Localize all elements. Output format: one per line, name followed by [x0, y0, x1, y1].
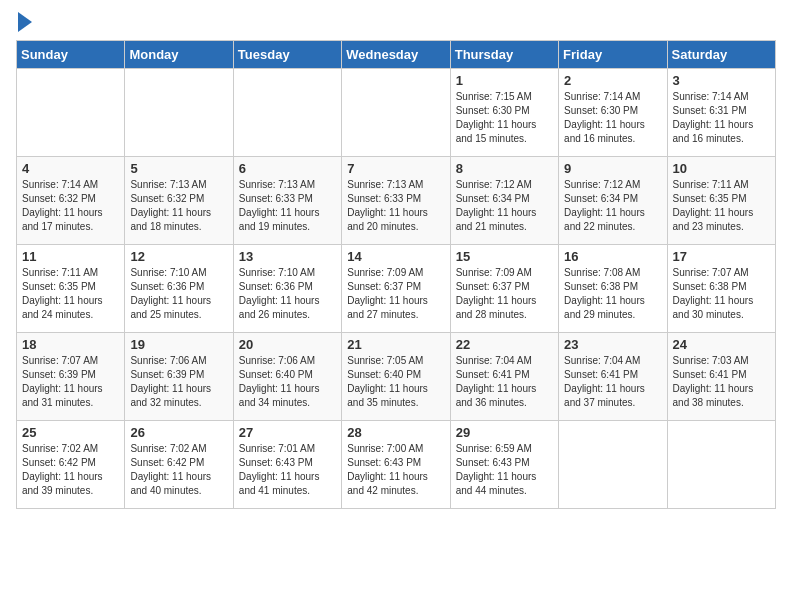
day-number: 16 — [564, 249, 661, 264]
calendar-cell: 25Sunrise: 7:02 AM Sunset: 6:42 PM Dayli… — [17, 421, 125, 509]
day-info: Sunrise: 7:08 AM Sunset: 6:38 PM Dayligh… — [564, 266, 661, 322]
day-info: Sunrise: 7:12 AM Sunset: 6:34 PM Dayligh… — [564, 178, 661, 234]
calendar-cell — [667, 421, 775, 509]
calendar-cell — [559, 421, 667, 509]
calendar-cell: 17Sunrise: 7:07 AM Sunset: 6:38 PM Dayli… — [667, 245, 775, 333]
calendar-cell: 15Sunrise: 7:09 AM Sunset: 6:37 PM Dayli… — [450, 245, 558, 333]
day-info: Sunrise: 7:13 AM Sunset: 6:33 PM Dayligh… — [239, 178, 336, 234]
calendar-cell: 29Sunrise: 6:59 AM Sunset: 6:43 PM Dayli… — [450, 421, 558, 509]
day-info: Sunrise: 7:02 AM Sunset: 6:42 PM Dayligh… — [22, 442, 119, 498]
calendar-cell: 4Sunrise: 7:14 AM Sunset: 6:32 PM Daylig… — [17, 157, 125, 245]
day-info: Sunrise: 7:07 AM Sunset: 6:38 PM Dayligh… — [673, 266, 770, 322]
day-number: 15 — [456, 249, 553, 264]
day-number: 4 — [22, 161, 119, 176]
weekday-header-sunday: Sunday — [17, 41, 125, 69]
calendar-cell — [17, 69, 125, 157]
day-number: 18 — [22, 337, 119, 352]
calendar-cell: 5Sunrise: 7:13 AM Sunset: 6:32 PM Daylig… — [125, 157, 233, 245]
day-number: 24 — [673, 337, 770, 352]
logo-arrow-icon — [18, 12, 32, 32]
day-number: 8 — [456, 161, 553, 176]
weekday-header-tuesday: Tuesday — [233, 41, 341, 69]
day-number: 6 — [239, 161, 336, 176]
calendar-cell: 10Sunrise: 7:11 AM Sunset: 6:35 PM Dayli… — [667, 157, 775, 245]
day-number: 21 — [347, 337, 444, 352]
day-number: 10 — [673, 161, 770, 176]
calendar-cell: 9Sunrise: 7:12 AM Sunset: 6:34 PM Daylig… — [559, 157, 667, 245]
day-number: 3 — [673, 73, 770, 88]
day-number: 13 — [239, 249, 336, 264]
weekday-header-saturday: Saturday — [667, 41, 775, 69]
day-number: 17 — [673, 249, 770, 264]
day-info: Sunrise: 7:03 AM Sunset: 6:41 PM Dayligh… — [673, 354, 770, 410]
day-number: 25 — [22, 425, 119, 440]
calendar-table: SundayMondayTuesdayWednesdayThursdayFrid… — [16, 40, 776, 509]
calendar-cell: 3Sunrise: 7:14 AM Sunset: 6:31 PM Daylig… — [667, 69, 775, 157]
calendar-cell: 6Sunrise: 7:13 AM Sunset: 6:33 PM Daylig… — [233, 157, 341, 245]
calendar-cell: 18Sunrise: 7:07 AM Sunset: 6:39 PM Dayli… — [17, 333, 125, 421]
weekday-header-wednesday: Wednesday — [342, 41, 450, 69]
calendar-cell: 1Sunrise: 7:15 AM Sunset: 6:30 PM Daylig… — [450, 69, 558, 157]
calendar-cell: 20Sunrise: 7:06 AM Sunset: 6:40 PM Dayli… — [233, 333, 341, 421]
calendar-cell — [342, 69, 450, 157]
calendar-cell: 7Sunrise: 7:13 AM Sunset: 6:33 PM Daylig… — [342, 157, 450, 245]
day-info: Sunrise: 7:13 AM Sunset: 6:32 PM Dayligh… — [130, 178, 227, 234]
day-info: Sunrise: 7:05 AM Sunset: 6:40 PM Dayligh… — [347, 354, 444, 410]
day-info: Sunrise: 6:59 AM Sunset: 6:43 PM Dayligh… — [456, 442, 553, 498]
calendar-cell: 13Sunrise: 7:10 AM Sunset: 6:36 PM Dayli… — [233, 245, 341, 333]
day-info: Sunrise: 7:04 AM Sunset: 6:41 PM Dayligh… — [564, 354, 661, 410]
day-info: Sunrise: 7:12 AM Sunset: 6:34 PM Dayligh… — [456, 178, 553, 234]
day-number: 1 — [456, 73, 553, 88]
day-number: 23 — [564, 337, 661, 352]
day-info: Sunrise: 7:10 AM Sunset: 6:36 PM Dayligh… — [130, 266, 227, 322]
day-info: Sunrise: 7:14 AM Sunset: 6:31 PM Dayligh… — [673, 90, 770, 146]
calendar-cell: 8Sunrise: 7:12 AM Sunset: 6:34 PM Daylig… — [450, 157, 558, 245]
calendar-cell: 23Sunrise: 7:04 AM Sunset: 6:41 PM Dayli… — [559, 333, 667, 421]
day-info: Sunrise: 7:00 AM Sunset: 6:43 PM Dayligh… — [347, 442, 444, 498]
day-info: Sunrise: 7:15 AM Sunset: 6:30 PM Dayligh… — [456, 90, 553, 146]
page-header — [16, 16, 776, 32]
day-number: 9 — [564, 161, 661, 176]
weekday-header-friday: Friday — [559, 41, 667, 69]
calendar-cell: 24Sunrise: 7:03 AM Sunset: 6:41 PM Dayli… — [667, 333, 775, 421]
day-number: 14 — [347, 249, 444, 264]
weekday-header-thursday: Thursday — [450, 41, 558, 69]
day-info: Sunrise: 7:13 AM Sunset: 6:33 PM Dayligh… — [347, 178, 444, 234]
calendar-cell: 16Sunrise: 7:08 AM Sunset: 6:38 PM Dayli… — [559, 245, 667, 333]
day-info: Sunrise: 7:10 AM Sunset: 6:36 PM Dayligh… — [239, 266, 336, 322]
weekday-header-monday: Monday — [125, 41, 233, 69]
day-info: Sunrise: 7:04 AM Sunset: 6:41 PM Dayligh… — [456, 354, 553, 410]
day-info: Sunrise: 7:14 AM Sunset: 6:30 PM Dayligh… — [564, 90, 661, 146]
calendar-cell: 27Sunrise: 7:01 AM Sunset: 6:43 PM Dayli… — [233, 421, 341, 509]
day-info: Sunrise: 7:01 AM Sunset: 6:43 PM Dayligh… — [239, 442, 336, 498]
day-info: Sunrise: 7:06 AM Sunset: 6:39 PM Dayligh… — [130, 354, 227, 410]
day-number: 2 — [564, 73, 661, 88]
calendar-cell: 2Sunrise: 7:14 AM Sunset: 6:30 PM Daylig… — [559, 69, 667, 157]
day-number: 27 — [239, 425, 336, 440]
day-number: 26 — [130, 425, 227, 440]
day-number: 7 — [347, 161, 444, 176]
calendar-cell: 12Sunrise: 7:10 AM Sunset: 6:36 PM Dayli… — [125, 245, 233, 333]
calendar-cell — [233, 69, 341, 157]
day-info: Sunrise: 7:11 AM Sunset: 6:35 PM Dayligh… — [673, 178, 770, 234]
day-number: 28 — [347, 425, 444, 440]
logo — [16, 16, 32, 32]
calendar-cell — [125, 69, 233, 157]
calendar-cell: 28Sunrise: 7:00 AM Sunset: 6:43 PM Dayli… — [342, 421, 450, 509]
day-number: 11 — [22, 249, 119, 264]
day-info: Sunrise: 7:06 AM Sunset: 6:40 PM Dayligh… — [239, 354, 336, 410]
calendar-cell: 19Sunrise: 7:06 AM Sunset: 6:39 PM Dayli… — [125, 333, 233, 421]
day-number: 22 — [456, 337, 553, 352]
day-number: 5 — [130, 161, 227, 176]
day-info: Sunrise: 7:14 AM Sunset: 6:32 PM Dayligh… — [22, 178, 119, 234]
day-info: Sunrise: 7:09 AM Sunset: 6:37 PM Dayligh… — [347, 266, 444, 322]
calendar-cell: 26Sunrise: 7:02 AM Sunset: 6:42 PM Dayli… — [125, 421, 233, 509]
day-info: Sunrise: 7:11 AM Sunset: 6:35 PM Dayligh… — [22, 266, 119, 322]
calendar-cell: 21Sunrise: 7:05 AM Sunset: 6:40 PM Dayli… — [342, 333, 450, 421]
day-number: 19 — [130, 337, 227, 352]
day-info: Sunrise: 7:09 AM Sunset: 6:37 PM Dayligh… — [456, 266, 553, 322]
calendar-cell: 22Sunrise: 7:04 AM Sunset: 6:41 PM Dayli… — [450, 333, 558, 421]
day-info: Sunrise: 7:07 AM Sunset: 6:39 PM Dayligh… — [22, 354, 119, 410]
day-info: Sunrise: 7:02 AM Sunset: 6:42 PM Dayligh… — [130, 442, 227, 498]
day-number: 29 — [456, 425, 553, 440]
